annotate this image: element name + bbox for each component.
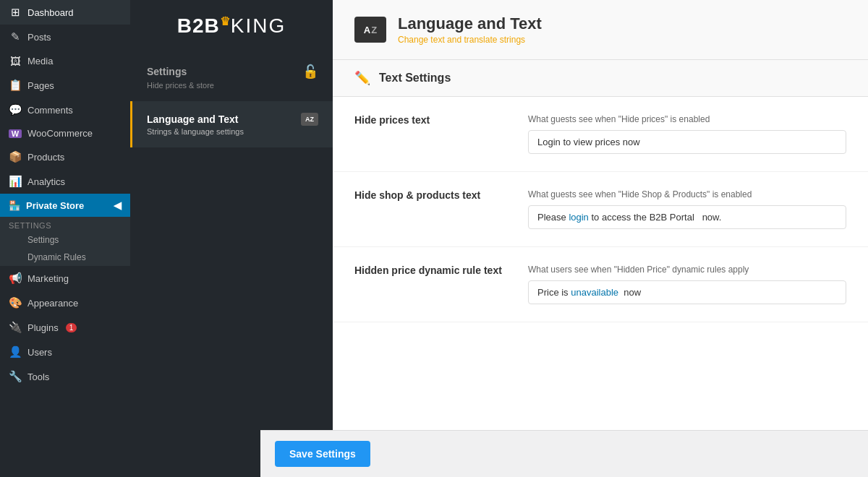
language-badge: AZ <box>301 113 318 126</box>
wp-admin-sidebar: ⊞ Dashboard ✎ Posts 🖼 Media 📋 Pages 💬 Co… <box>0 0 130 477</box>
dashboard-icon: ⊞ <box>9 6 22 19</box>
sidebar-item-users[interactable]: 👤 Users <box>0 340 130 364</box>
private-store-icon: 🏪 <box>9 200 20 211</box>
products-icon: 📦 <box>9 150 22 163</box>
hide-prices-input-display: Login to view prices now <box>528 130 846 154</box>
sidebar-item-plugins[interactable]: 🔌 Plugins 1 <box>0 315 130 340</box>
plugin-nav-language[interactable]: Language and Text AZ Strings & language … <box>130 101 333 147</box>
lock-icon: 🔓 <box>302 64 318 80</box>
sidebar-item-posts[interactable]: ✎ Posts <box>0 25 130 49</box>
hide-prices-content: What guests see when "Hide prices" is en… <box>528 114 846 154</box>
plugin-logo: B2B♛KING <box>130 0 333 52</box>
sidebar-item-woocommerce[interactable]: W WooCommerce <box>0 122 130 145</box>
sidebar-item-comments[interactable]: 💬 Comments <box>0 98 130 122</box>
hide-prices-row: Hide prices text What guests see when "H… <box>333 97 868 172</box>
hide-shop-content: What guests see when "Hide Shop & Produc… <box>528 189 846 229</box>
hide-shop-input-display: Please login to access the B2B Portal no… <box>528 205 846 229</box>
sidebar-item-tools[interactable]: 🔧 Tools <box>0 364 130 389</box>
tools-icon: 🔧 <box>9 370 22 383</box>
posts-icon: ✎ <box>9 30 22 43</box>
sidebar-item-analytics[interactable]: 📊 Analytics <box>0 169 130 194</box>
main-area: B2B♛KING Settings 🔓 Hide prices & store … <box>130 0 868 477</box>
sidebar-item-products[interactable]: 📦 Products <box>0 145 130 169</box>
users-icon: 👤 <box>9 345 22 358</box>
save-settings-button[interactable]: Save Settings <box>275 441 370 467</box>
appearance-icon: 🎨 <box>9 296 22 309</box>
analytics-icon: 📊 <box>9 175 22 188</box>
logo-text: B2B♛KING <box>145 14 318 38</box>
marketing-icon: 📢 <box>9 272 22 285</box>
section-header: ✏️ Text Settings <box>333 60 868 97</box>
sidebar-item-marketing[interactable]: 📢 Marketing <box>0 266 130 291</box>
comments-icon: 💬 <box>9 103 22 116</box>
plugins-badge: 1 <box>66 323 77 332</box>
header-text: Language and Text Change text and transl… <box>398 14 542 45</box>
settings-section-label: Settings <box>0 217 130 231</box>
sidebar-item-media[interactable]: 🖼 Media <box>0 49 130 73</box>
collapse-icon: ◀ <box>114 199 122 211</box>
unavailable-highlight: unavailable <box>571 287 618 298</box>
sidebar-item-pages[interactable]: 📋 Pages <box>0 73 130 98</box>
login-highlight: login <box>569 212 588 223</box>
submenu-dynamic-rules[interactable]: Dynamic Rules <box>0 249 130 266</box>
plugin-nav-settings[interactable]: Settings 🔓 Hide prices & store <box>130 52 333 101</box>
hidden-price-label: Hidden price dynamic rule text <box>354 265 514 304</box>
panel-header: A Z Language and Text Change text and tr… <box>333 0 868 60</box>
header-icon: A Z <box>354 17 386 43</box>
woocommerce-icon: W <box>9 129 22 138</box>
content-panel: A Z Language and Text Change text and tr… <box>333 0 868 477</box>
header-icon-text: A <box>364 25 370 35</box>
sidebar-item-dashboard[interactable]: ⊞ Dashboard <box>0 0 130 25</box>
hidden-price-row: Hidden price dynamic rule text What user… <box>333 247 868 322</box>
sidebar-item-appearance[interactable]: 🎨 Appearance <box>0 291 130 315</box>
hide-shop-row: Hide shop & products text What guests se… <box>333 172 868 247</box>
pages-icon: 📋 <box>9 79 22 92</box>
header-icon-text2: Z <box>371 25 377 35</box>
media-icon: 🖼 <box>9 55 22 67</box>
hide-prices-label: Hide prices text <box>354 114 514 154</box>
sidebar-item-private-store[interactable]: 🏪 Private Store ◀ <box>0 194 130 217</box>
hidden-price-content: What users see when "Hidden Price" dynam… <box>528 265 846 304</box>
plugins-icon: 🔌 <box>9 321 22 334</box>
submenu-settings[interactable]: Settings <box>0 231 130 249</box>
plugin-sidebar: B2B♛KING Settings 🔓 Hide prices & store … <box>130 0 333 477</box>
edit-icon: ✏️ <box>354 70 370 86</box>
footer: Save Settings <box>260 430 868 477</box>
hidden-price-input-display: Price is unavailable now <box>528 280 846 304</box>
hide-shop-label: Hide shop & products text <box>354 189 514 229</box>
